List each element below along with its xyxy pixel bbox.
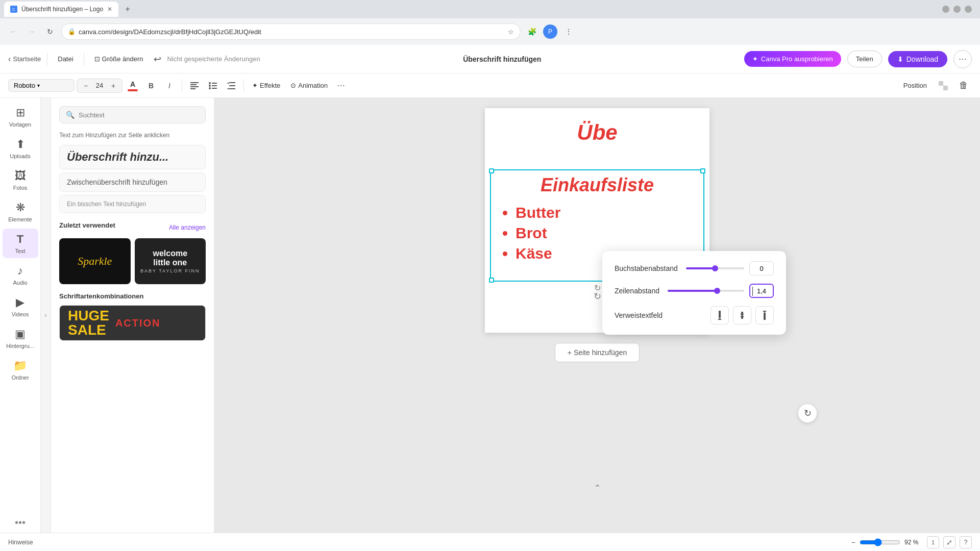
- text-color-button[interactable]: A: [125, 78, 141, 94]
- vorlagen-label: Vorlagen: [9, 121, 31, 128]
- maximize-button[interactable]: [953, 6, 961, 13]
- align-list-button[interactable]: [205, 78, 221, 94]
- url-bar[interactable]: 🔒 canva.com/design/DAEdomzscjl/drBfjHdCo…: [61, 23, 521, 40]
- undo-button[interactable]: ↩: [154, 54, 161, 65]
- align-left-button[interactable]: [186, 78, 203, 94]
- zoom-value: 92 %: [904, 539, 923, 546]
- home-button[interactable]: ‹ Startseite: [8, 55, 41, 64]
- collapse-panel-button[interactable]: ‹: [41, 98, 51, 533]
- see-all-link[interactable]: Alle anzeigen: [169, 224, 206, 231]
- effekte-button[interactable]: ✦ Effekte: [248, 80, 284, 91]
- extensions-button[interactable]: 🧩: [525, 24, 539, 39]
- search-input[interactable]: [79, 111, 199, 119]
- download-button[interactable]: ⬇ Download: [888, 51, 947, 67]
- sidebar-item-ordner[interactable]: 📁 Ordner: [3, 355, 38, 385]
- align-bottom-icon: [760, 311, 769, 320]
- resize-handle-tr[interactable]: [700, 168, 705, 173]
- align-top-button[interactable]: [710, 306, 729, 324]
- checkerboard-button[interactable]: [935, 78, 951, 94]
- buchstaben-value[interactable]: 0: [749, 261, 774, 276]
- buchstaben-slider[interactable]: [686, 267, 744, 269]
- minimize-button[interactable]: [942, 6, 949, 13]
- new-tab-button[interactable]: +: [120, 2, 135, 16]
- canvas-refresh-button[interactable]: ↻: [798, 404, 817, 422]
- bookmark-star-icon[interactable]: ☆: [508, 28, 514, 36]
- font-size-decrease-button[interactable]: −: [80, 80, 91, 91]
- bold-button[interactable]: B: [143, 78, 159, 94]
- sidebar-item-fotos[interactable]: 🖼 Fotos: [3, 165, 38, 195]
- active-tab[interactable]: C Überschrift hinzufügen – Logo ✕: [4, 2, 118, 17]
- zoom-control: − 92 % 1 ⤢ ?: [851, 536, 972, 548]
- collapse-icon: ‹: [45, 312, 47, 319]
- audio-icon: ♪: [17, 264, 23, 278]
- page-indicator[interactable]: 1: [927, 536, 939, 548]
- collapse-hints-button[interactable]: ⌃: [594, 483, 601, 494]
- font-size-increase-button[interactable]: +: [108, 80, 119, 91]
- close-browser-button[interactable]: [965, 6, 972, 13]
- sidebar-item-audio[interactable]: ♪ Audio: [3, 260, 38, 290]
- italic-button[interactable]: I: [161, 78, 178, 94]
- animation-label: Animation: [298, 82, 328, 89]
- ordner-label: Ordner: [11, 374, 29, 381]
- sidebar-item-vorlagen[interactable]: ⊞ Vorlagen: [3, 102, 38, 132]
- align-bottom-button[interactable]: [755, 306, 774, 324]
- zoom-slider[interactable]: [860, 538, 900, 546]
- font-size-value: 24: [93, 82, 106, 89]
- canvas-rotate-button[interactable]: ↻: [594, 291, 601, 302]
- unsaved-indicator: Nicht gespeicherte Änderungen: [167, 55, 260, 63]
- canva-pro-button[interactable]: ✦ Canva Pro ausprobieren: [744, 51, 841, 67]
- line-spacing-button[interactable]: [223, 78, 239, 94]
- forward-button[interactable]: →: [24, 24, 39, 39]
- welcome-recent-item[interactable]: welcomelittle one BABY TAYLOR FINN: [135, 238, 206, 284]
- browser-more-button[interactable]: ⋮: [561, 24, 576, 39]
- font-selector[interactable]: Roboto ▾: [8, 79, 75, 92]
- profile-button[interactable]: P: [543, 24, 557, 39]
- videos-label: Videos: [12, 311, 29, 317]
- font-size-control: − 24 +: [77, 79, 122, 93]
- verweis-label: Verweistextfeld: [615, 311, 663, 319]
- huge-sale-combo[interactable]: HUGESALE ACTION: [59, 305, 206, 341]
- resize-handle-bl[interactable]: [489, 278, 494, 283]
- delete-button[interactable]: 🗑: [955, 78, 972, 94]
- resize-handle-tl[interactable]: [489, 168, 494, 173]
- zoom-minus-icon[interactable]: −: [851, 538, 855, 546]
- transparency-icon: [939, 81, 948, 90]
- search-box[interactable]: 🔍: [59, 106, 206, 123]
- sub-heading-style-item[interactable]: Zwischenüberschrift hinzufügen: [59, 172, 206, 192]
- zeilen-slider[interactable]: [668, 290, 744, 292]
- list-item-butter: Butter: [516, 204, 699, 221]
- sidebar-item-elemente[interactable]: ❋ Elemente: [3, 197, 38, 227]
- tab-bar: C Überschrift hinzufügen – Logo ✕ +: [0, 0, 980, 18]
- resize-icon: ⊡: [94, 55, 100, 63]
- resize-button[interactable]: ⊡ Größe ändern: [90, 53, 148, 65]
- sparkle-text: Sparkle: [78, 255, 112, 268]
- tab-close-button[interactable]: ✕: [107, 6, 112, 13]
- position-button[interactable]: Position: [899, 80, 931, 91]
- sidebar-item-videos[interactable]: ▶ Videos: [3, 292, 38, 321]
- canvas-partial-heading: Übe: [485, 108, 709, 151]
- add-page-button[interactable]: + Seite hinzufügen: [555, 343, 640, 362]
- color-swatch: [128, 89, 138, 91]
- sidebar-item-uploads[interactable]: ⬆ Uploads: [3, 134, 38, 163]
- fit-to-screen-button[interactable]: ⤢: [943, 536, 955, 548]
- more-format-button[interactable]: ⋯: [334, 79, 348, 93]
- sidebar-item-text[interactable]: T Text: [3, 229, 38, 258]
- browser-chrome: C Überschrift hinzufügen – Logo ✕ + ← → …: [0, 0, 980, 45]
- zeilen-value[interactable]: 1,4: [749, 284, 774, 298]
- sparkle-recent-item[interactable]: Sparkle: [59, 238, 131, 284]
- align-middle-button[interactable]: [733, 306, 751, 324]
- fotos-label: Fotos: [13, 185, 28, 191]
- share-button[interactable]: Teilen: [847, 51, 882, 67]
- back-button[interactable]: ←: [6, 24, 20, 39]
- animation-button[interactable]: ⊙ Animation: [286, 80, 332, 91]
- help-button[interactable]: ?: [960, 536, 972, 548]
- svg-rect-19: [719, 311, 721, 318]
- body-style-item[interactable]: Ein bisschen Text hinzufügen: [59, 195, 206, 213]
- heading-style-item[interactable]: Überschrift hinzu...: [59, 145, 206, 169]
- refresh-button[interactable]: ↻: [43, 24, 57, 39]
- file-menu[interactable]: Datei: [54, 53, 77, 65]
- app-more-button[interactable]: ⋯: [953, 50, 972, 68]
- sidebar-item-hintergrund[interactable]: ▣ Hintergru...: [3, 323, 38, 353]
- sidebar-more-button[interactable]: •••: [15, 517, 26, 529]
- search-icon: 🔍: [66, 111, 75, 119]
